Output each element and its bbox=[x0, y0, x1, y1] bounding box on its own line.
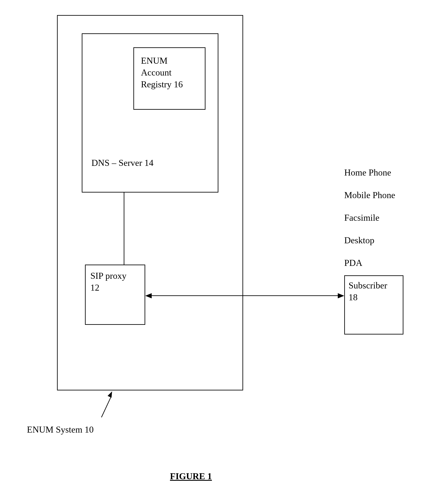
pointer-arrowhead bbox=[107, 390, 114, 398]
subscriber-line1: Subscriber bbox=[348, 280, 387, 291]
dns-to-sip-line bbox=[124, 192, 124, 265]
sip-proxy-line1: SIP proxy bbox=[90, 270, 127, 282]
dns-server-label: DNS – Server 14 bbox=[92, 157, 153, 169]
figure-title: FIGURE 1 bbox=[170, 471, 212, 481]
pointer-line bbox=[101, 396, 112, 418]
registry-line1: ENUM bbox=[141, 55, 168, 67]
arrow-left bbox=[145, 293, 152, 298]
device-facsimile: Facsimile bbox=[344, 212, 379, 224]
sip-proxy-line2: 12 bbox=[90, 282, 99, 294]
registry-line3: Registry 16 bbox=[141, 78, 183, 90]
device-home-phone: Home Phone bbox=[344, 167, 391, 178]
subscriber-line2: 18 bbox=[348, 291, 358, 303]
enum-system-label: ENUM System 10 bbox=[27, 424, 94, 436]
device-mobile-phone: Mobile Phone bbox=[344, 189, 395, 201]
arrow-right bbox=[338, 293, 344, 298]
device-pda: PDA bbox=[344, 257, 362, 269]
registry-line2: Account bbox=[141, 67, 171, 78]
sip-subscriber-line bbox=[152, 295, 338, 296]
device-desktop: Desktop bbox=[344, 234, 374, 246]
